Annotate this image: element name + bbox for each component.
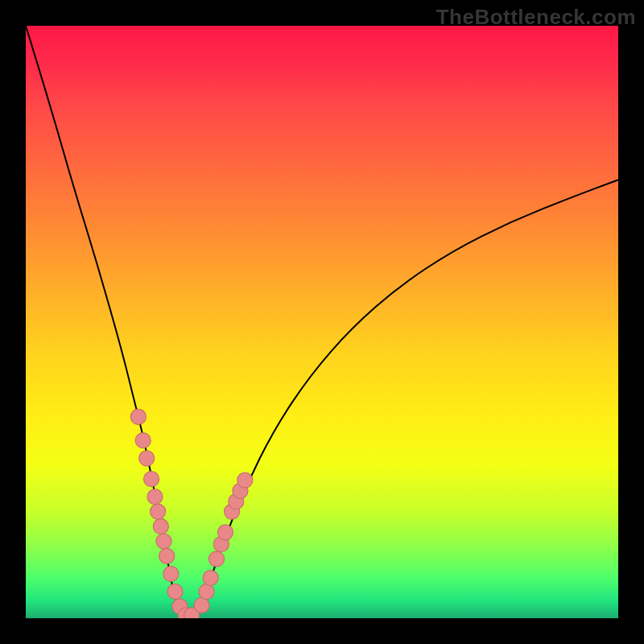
marker-point: [156, 534, 171, 549]
plot-area: [26, 26, 618, 618]
marker-point: [217, 525, 233, 540]
marker-point: [147, 489, 163, 505]
marker-point: [135, 433, 151, 448]
marker-point: [153, 518, 168, 534]
bottleneck-curve: [26, 26, 618, 618]
marker-point: [139, 451, 155, 466]
watermark-text: TheBottleneck.com: [436, 5, 636, 30]
marker-point: [130, 409, 146, 424]
curve-layer: [26, 26, 618, 618]
marker-point: [159, 548, 175, 564]
marker-point: [194, 597, 209, 613]
marker-point: [237, 473, 253, 488]
marker-point: [208, 551, 224, 567]
marker-point: [151, 504, 166, 519]
chart-frame: TheBottleneck.com: [0, 0, 644, 644]
highlight-markers: [130, 409, 253, 618]
marker-point: [203, 570, 218, 585]
marker-point: [163, 566, 179, 581]
marker-point: [143, 471, 159, 486]
marker-point: [167, 584, 183, 599]
marker-point: [199, 584, 214, 599]
